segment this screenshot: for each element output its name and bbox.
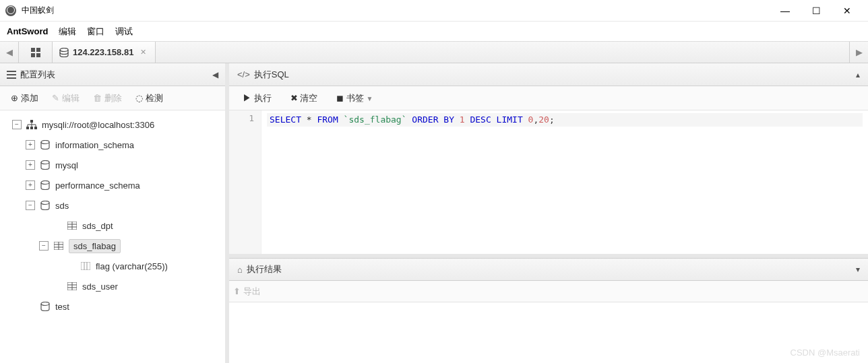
x-icon: ✖ [290,93,298,103]
menu-brand[interactable]: AntSword [7,26,48,36]
delete-button[interactable]: 🗑删除 [86,86,129,110]
menubar: AntSword 编辑 窗口 调试 [0,22,868,42]
clear-button[interactable]: ✖ 清空 [281,92,328,104]
tab-label: 124.223.158.81 [73,47,133,57]
collapse-left-icon[interactable]: ◀ [212,70,218,79]
code-icon: </> [237,69,250,79]
svg-point-15 [41,201,49,205]
tree-node-label: information_schema [55,140,134,150]
svg-point-12 [41,141,49,144]
svg-rect-8 [30,120,33,123]
right-pane: </> 执行SQL ▴ ▶ 执行 ✖ 清空 ◼ 书签 ▼ 1 SELECT * … [229,63,868,363]
toggle-icon[interactable]: − [12,120,22,129]
tree-db[interactable]: +information_schema [0,135,225,155]
titlebar: 中国蚁剑 — ☐ ✕ [0,0,868,22]
close-button[interactable]: ✕ [832,0,863,22]
tree-db[interactable]: test [0,296,225,317]
svg-rect-5 [7,71,16,72]
tree-table[interactable]: sds_user [0,276,225,296]
detect-button[interactable]: ◌检测 [129,86,170,110]
minimize-button[interactable]: — [770,0,801,22]
sql-panel-header: </> 执行SQL ▴ [229,63,868,86]
tree-node-label: sds_user [82,282,118,292]
tree-node-label: flag (varchar(255)) [96,261,168,271]
svg-rect-24 [81,262,90,270]
bookmark-icon: ◼ [336,93,344,103]
toggle-icon[interactable]: + [26,140,35,150]
database-icon [59,48,69,57]
svg-rect-1 [36,48,40,52]
sql-toolbar: ▶ 执行 ✖ 清空 ◼ 书签 ▼ [229,86,868,110]
table-icon [66,222,78,230]
svg-point-13 [41,161,49,164]
maximize-button[interactable]: ☐ [801,0,832,22]
svg-rect-3 [36,53,40,57]
database-icon [39,180,51,190]
sitemap-icon [26,120,38,129]
toggle-icon[interactable]: + [26,160,35,170]
tab-nav-left[interactable]: ◀ [0,42,19,63]
execute-button[interactable]: ▶ 执行 [233,92,281,104]
menu-window[interactable]: 窗口 [87,26,104,38]
svg-point-4 [60,48,68,51]
tree-db[interactable]: +performance_schema [0,175,225,195]
svg-rect-11 [34,127,37,129]
edit-button[interactable]: ✎编辑 [45,86,86,110]
grid-icon [31,48,40,57]
add-button[interactable]: ⊕添加 [4,86,45,110]
window-title: 中国蚁剑 [22,5,770,16]
db-tree: − mysqli://root@localhost:3306 +informat… [0,110,225,363]
inbox-icon: ⌂ [237,265,243,275]
tree-node-label: test [55,302,69,312]
menu-edit[interactable]: 编辑 [59,26,76,38]
tree-root[interactable]: − mysqli://root@localhost:3306 [0,114,225,135]
tree-column[interactable]: flag (varchar(255)) [0,256,225,276]
editor-code[interactable]: SELECT * FROM `sds_flabag` ORDER BY 1 DE… [261,110,868,254]
svg-point-31 [41,302,49,306]
app-icon [5,5,16,16]
play-icon: ▶ [243,93,251,103]
tab-nav-right[interactable]: ▶ [849,42,868,63]
result-panel-header: ⌂ 执行结果 ▾ [229,258,868,281]
svg-rect-9 [26,127,29,129]
tree-db[interactable]: +mysql [0,155,225,175]
table-icon [66,282,78,290]
editor-gutter: 1 [229,110,261,254]
tree-db[interactable]: −sds [0,195,225,216]
database-icon [39,140,51,150]
trash-icon: 🗑 [93,93,102,103]
tree-node-label: sds_flabag [69,239,121,253]
tab-close-icon[interactable]: ✕ [137,47,148,58]
export-button[interactable]: ⬆ 导出 [233,286,261,298]
menu-debug[interactable]: 调试 [115,26,133,38]
sql-editor[interactable]: 1 SELECT * FROM `sds_flabag` ORDER BY 1 … [229,110,868,258]
list-icon [7,71,16,79]
svg-rect-0 [31,48,35,52]
database-icon [39,201,51,210]
chevron-down-icon[interactable]: ▾ [856,265,860,274]
svg-point-14 [41,181,49,185]
tree-node-label: performance_schema [55,180,140,191]
tab-grid-button[interactable] [19,42,53,63]
pencil-icon: ✎ [52,93,59,103]
svg-rect-6 [7,74,16,75]
svg-rect-2 [31,53,35,57]
svg-rect-7 [7,77,16,79]
database-icon [39,302,51,311]
tabbar: ◀ 124.223.158.81 ✕ ▶ [0,42,868,63]
tree-table[interactable]: −sds_flabag [0,236,225,256]
tree-node-label: sds [55,201,69,211]
toggle-icon[interactable]: − [26,201,35,210]
bookmark-button[interactable]: ◼ 书签 ▼ [327,92,382,104]
chevron-up-icon[interactable]: ▴ [856,70,860,79]
toggle-icon[interactable]: − [39,241,49,251]
result-panel-title: 执行结果 [247,263,852,275]
tab-database[interactable]: 124.223.158.81 ✕ [53,42,156,63]
database-icon [39,160,51,170]
plus-circle-icon: ⊕ [11,93,18,103]
tree-node-label: sds_dpt [82,221,113,231]
result-body [229,302,868,363]
tree-table[interactable]: sds_dpt [0,216,225,236]
tree-node-label: mysql [55,160,78,170]
toggle-icon[interactable]: + [26,180,35,190]
